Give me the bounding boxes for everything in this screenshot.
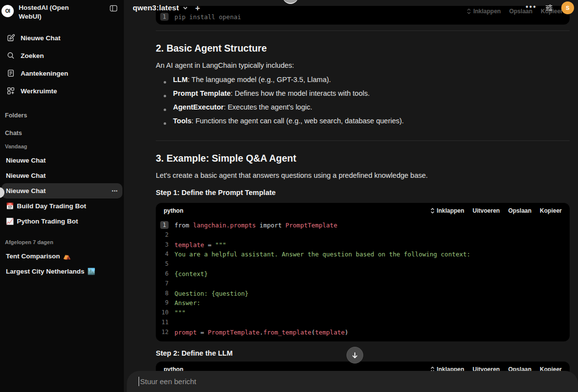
button-label: Inklappen <box>437 207 464 214</box>
code-body: 1from langchain.prompts import PromptTem… <box>156 219 570 341</box>
sidebar-item-werkruimte[interactable]: Werkruimte <box>0 82 124 100</box>
folders-section-label[interactable]: Folders <box>0 111 124 120</box>
bullet-item: Prompt Template: Defines how the model i… <box>156 89 570 103</box>
sidebar-item-zoeken[interactable]: Zoeken <box>0 47 124 64</box>
sidebar-item-aantekeningen[interactable]: Aantekeningen <box>0 64 124 82</box>
text-caret <box>139 377 139 386</box>
app-title: HostedAI (Open WebUI) <box>19 3 83 21</box>
chat-item-title: Python Trading Bot <box>17 218 78 225</box>
message-input[interactable]: Stuur een bericht <box>127 371 578 392</box>
today-section-label: Vandaag <box>0 143 124 150</box>
line-number: 7 <box>156 279 169 289</box>
model-selector[interactable]: qwen3:latest + <box>133 3 200 12</box>
message-input-placeholder: Stuur een bericht <box>140 377 196 386</box>
line-number: 4 <box>156 250 169 259</box>
chat-item[interactable]: Nieuwe Chat <box>1 168 122 183</box>
code-text: You are a helpful assistant. Answer the … <box>174 250 470 259</box>
code-line: 8Question: {question} <box>156 289 570 299</box>
markdown-section-2: 2. Basic Agent Structure An AI agent in … <box>156 43 570 131</box>
chat-item[interactable]: Nieuwe Chat <box>1 153 122 168</box>
line-number: 12 <box>156 328 169 337</box>
opslaan-button[interactable]: Opslaan <box>508 207 531 214</box>
chat-item-title: Tent Comparison <box>6 252 60 260</box>
chat-item[interactable]: 📈Python Trading Bot <box>1 214 122 229</box>
add-model-button[interactable]: + <box>195 4 200 12</box>
last7days-section-label: Afgelopen 7 dagen <box>0 239 124 246</box>
chat-item[interactable]: Tent Comparison⛺ <box>1 249 122 264</box>
sidebar: OI HostedAI (Open WebUI) Nieuwe ChatZoek… <box>0 0 124 392</box>
chat-item[interactable]: Largest City Netherlands🏙️ <box>1 264 122 279</box>
line-number: 2 <box>156 230 169 240</box>
bullet-item: LLM: The language model (e.g., GPT-3.5, … <box>156 76 570 89</box>
sidebar-item-label: Aantekeningen <box>21 70 68 77</box>
code-line: 4You are a helpful assistant. Answer the… <box>156 250 570 259</box>
inklappen-button[interactable]: Inklappen <box>430 207 464 214</box>
section-heading: 2. Basic Agent Structure <box>156 43 570 54</box>
bullet-text: AgentExecutor: Executes the agent's logi… <box>173 103 312 111</box>
code-line: 5 <box>156 259 570 269</box>
app-window: OI HostedAI (Open WebUI) Nieuwe ChatZoek… <box>0 0 578 392</box>
calendar-emoji: 📅 <box>6 202 14 210</box>
button-label: Kopieer <box>540 207 562 214</box>
line-number: 1 <box>156 221 169 230</box>
bullet-item: AgentExecutor: Executes the agent's logi… <box>156 103 570 117</box>
code-text: Question: {question} <box>174 289 249 299</box>
sidebar-item-label: Nieuwe Chat <box>21 34 60 42</box>
line-number: 8 <box>156 289 169 299</box>
section-intro: An AI agent in LangChain typically inclu… <box>156 61 570 69</box>
collapse-icon <box>430 208 435 214</box>
chevron-down-icon <box>182 5 188 11</box>
user-avatar[interactable]: S <box>561 1 574 14</box>
bullet-dot <box>164 95 166 97</box>
uitvoeren-button[interactable]: Uitvoeren <box>473 207 500 214</box>
bullet-text: Prompt Template: Defines how the model i… <box>173 89 370 97</box>
section-intro: Let's create a basic agent that answers … <box>156 171 570 179</box>
code-text: prompt = PromptTemplate.from_template(te… <box>174 328 348 337</box>
chat-list-today: Nieuwe ChatNieuwe ChatNieuwe Chat•••📅Bui… <box>0 153 124 229</box>
code-line: 11 <box>156 318 570 328</box>
bullet-dot <box>164 122 166 125</box>
line-number: 6 <box>156 269 169 279</box>
topbar-right: ••• S <box>525 1 574 14</box>
line-number: 11 <box>156 318 169 328</box>
button-label: Opslaan <box>508 207 531 214</box>
bullet-text: LLM: The language model (e.g., GPT-3.5, … <box>173 76 331 84</box>
chat-message-content: InklappenOpslaanKopieer1pip install open… <box>156 0 570 392</box>
chart-up-emoji: 📈 <box>6 218 14 225</box>
message-divider <box>156 140 570 141</box>
chat-item-title: Nieuwe Chat <box>6 157 46 164</box>
section-heading: 3. Example: Simple Q&A Agent <box>156 153 570 164</box>
code-line: 9Answer: <box>156 298 570 308</box>
code-text: template = """ <box>174 240 226 250</box>
code-line: 10""" <box>156 308 570 318</box>
search-icon <box>6 51 15 60</box>
scroll-to-bottom-button[interactable] <box>347 347 363 364</box>
code-block-actions: InklappenUitvoerenOpslaanKopieer <box>430 207 562 214</box>
code-line: 7 <box>156 279 570 289</box>
sidebar-item-label: Werkruimte <box>21 87 57 95</box>
cityscape-emoji: 🏙️ <box>87 268 95 275</box>
model-name: qwen3:latest <box>133 3 179 12</box>
chat-item[interactable]: Nieuwe Chat••• <box>1 183 122 198</box>
line-number: 3 <box>156 240 169 250</box>
sidebar-header: OI HostedAI (Open WebUI) <box>0 0 124 21</box>
code-line: 6{context} <box>156 269 570 279</box>
more-options-icon[interactable]: ••• <box>525 2 537 11</box>
code-text: from langchain.prompts import PromptTemp… <box>174 221 337 230</box>
code-line: 3template = """ <box>156 240 570 250</box>
sidebar-item-nieuwe-chat[interactable]: Nieuwe Chat <box>0 29 124 47</box>
app-logo[interactable]: OI <box>1 5 14 17</box>
line-number: 10 <box>156 308 169 318</box>
chats-section-label[interactable]: Chats <box>0 128 124 138</box>
markdown-section-3: 3. Example: Simple Q&A Agent Let's creat… <box>156 153 570 179</box>
code-block-prompt-template: pythonInklappenUitvoerenOpslaanKopieer1f… <box>156 203 570 341</box>
sidebar-toggle-icon[interactable] <box>109 4 118 15</box>
message-divider <box>156 30 570 31</box>
controls-sliders-icon[interactable] <box>545 3 553 12</box>
code-line: 12prompt = PromptTemplate.from_template(… <box>156 328 570 337</box>
chat-item-menu-icon[interactable]: ••• <box>112 189 118 194</box>
code-language-label: python <box>164 207 183 214</box>
chat-item[interactable]: 📅Build Day Trading Bot <box>1 198 122 214</box>
chat-item-title: Build Day Trading Bot <box>17 202 86 210</box>
kopieer-button[interactable]: Kopieer <box>540 207 562 214</box>
